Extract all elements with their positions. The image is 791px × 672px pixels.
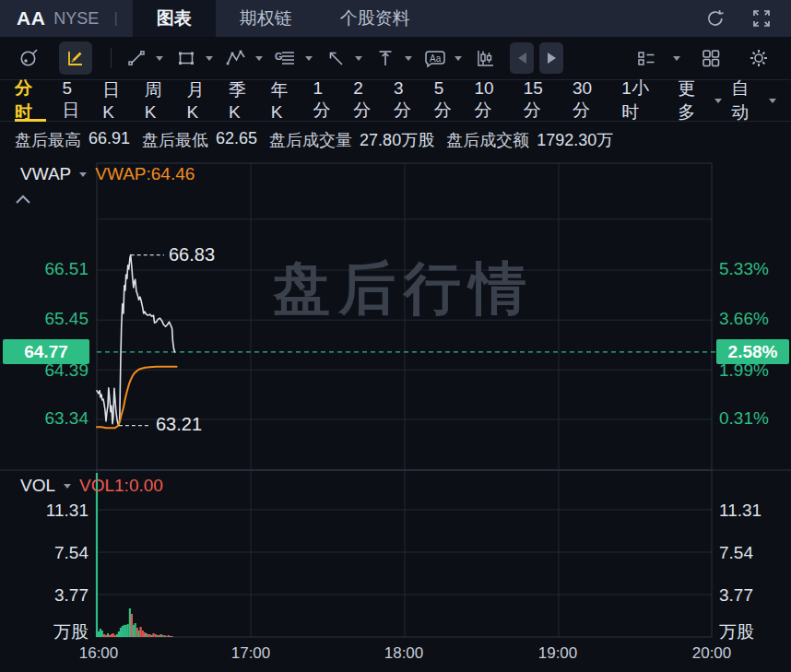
stat-low: 盘后最低 62.65: [142, 129, 257, 151]
timeframe-2m[interactable]: 2分: [353, 80, 378, 122]
indicator-list-icon: [634, 47, 658, 69]
tab-stock-info[interactable]: 个股资料: [316, 0, 434, 37]
timeframe-10m[interactable]: 10分: [474, 80, 507, 122]
price-volume-chart[interactable]: 盘后行情: [0, 159, 791, 672]
more-caret-icon: [714, 99, 722, 103]
chart-area[interactable]: 盘后行情 VWAP VWAP:64.46 66.51 65.45 64.39 6…: [0, 159, 791, 672]
text-tool-button[interactable]: Aa: [421, 41, 449, 75]
x-axis-tick: 19:00: [538, 644, 578, 663]
refresh-icon: [704, 7, 726, 29]
stat-high-label: 盘后最高: [15, 129, 81, 151]
timeframe-quarterly[interactable]: 季K: [229, 80, 255, 122]
top-bar-divider: |: [113, 9, 117, 28]
auto-dropdown[interactable]: 自动: [731, 77, 776, 124]
vol-indicator-name[interactable]: VOL: [20, 476, 55, 496]
vol-unit-left: 万股: [0, 620, 89, 644]
x-axis-tick: 18:00: [384, 644, 424, 663]
indicator-list-caret[interactable]: [673, 56, 680, 61]
timeframe-1h[interactable]: 1小时: [621, 80, 662, 122]
shape-tool-button[interactable]: [172, 41, 200, 75]
arrow-dropdown-caret[interactable]: [355, 56, 362, 61]
vol-indicator-row: VOL VOL1:0.00: [20, 476, 163, 496]
stat-volume-value: 27.80万股: [360, 129, 434, 151]
trend-line-icon: [125, 47, 148, 69]
arrow-tool-button[interactable]: [322, 41, 349, 75]
vol-axis-tick: 7.54: [0, 543, 89, 563]
stat-high: 盘后最高 66.91: [15, 129, 130, 151]
price-axis-tick: 63.34: [0, 408, 89, 429]
draw-tool-button[interactable]: [59, 41, 92, 75]
timeframe-5m[interactable]: 5分: [434, 80, 459, 122]
timeframe-weekly[interactable]: 周K: [145, 80, 171, 122]
timeframe-yearly[interactable]: 年K: [271, 80, 298, 122]
stat-turnover-value: 1792.30万: [537, 129, 613, 151]
timeframe-30m[interactable]: 30分: [573, 80, 606, 122]
indicator-list-button[interactable]: [632, 41, 660, 75]
timeframe-bar: 分时 5日 日K 周K 月K 季K 年K 1分 2分 3分 5分 10分 15分…: [0, 80, 791, 122]
wave-icon: [224, 47, 248, 69]
toolbar-separator: [111, 48, 112, 68]
vol-dropdown-caret[interactable]: [64, 484, 71, 489]
x-axis-tick: 16:00: [79, 644, 119, 663]
auto-caret-icon: [769, 99, 776, 103]
current-price-badge: 64.77: [3, 339, 89, 364]
timeframe-intraday[interactable]: 分时: [15, 80, 46, 122]
gann-lines-icon: G: [274, 47, 298, 69]
svg-text:Aa: Aa: [430, 53, 442, 64]
candle-style-button[interactable]: [471, 41, 499, 75]
trend-line-dropdown-caret[interactable]: [156, 56, 163, 61]
stat-volume-label: 盘后成交量: [269, 129, 352, 151]
timeframe-5d[interactable]: 5日: [62, 80, 87, 122]
after-hours-stats-bar: 盘后最高 66.91 盘后最低 62.65 盘后成交量 27.80万股 盘后成交…: [0, 122, 791, 159]
tab-option-chain[interactable]: 期权链: [216, 0, 316, 37]
stat-low-value: 62.65: [216, 129, 257, 151]
layout-grid-button[interactable]: [697, 41, 725, 75]
timeframe-1m[interactable]: 1分: [313, 80, 337, 122]
stat-volume: 盘后成交量 27.80万股: [269, 129, 434, 151]
arrow-icon: [325, 47, 347, 69]
timeframe-daily[interactable]: 日K: [102, 80, 129, 122]
x-axis-tick: 20:00: [692, 644, 732, 663]
wave-tool-button[interactable]: [222, 41, 250, 75]
wave-dropdown-caret[interactable]: [255, 56, 263, 61]
timeframe-monthly[interactable]: 月K: [186, 80, 213, 122]
vwap-indicator-name[interactable]: VWAP: [20, 164, 71, 184]
pct-axis-tick: 3.66%: [719, 309, 769, 329]
measure-dropdown-caret[interactable]: [405, 56, 412, 61]
measure-tool-button[interactable]: [372, 41, 399, 75]
vwap-readout: VWAP:64.46: [95, 164, 195, 184]
cursor-tool-icon: [18, 47, 40, 69]
measure-icon: [374, 47, 396, 69]
undo-button[interactable]: [510, 42, 534, 74]
vol-axis-tick: 7.54: [719, 543, 753, 563]
shape-dropdown-caret[interactable]: [206, 56, 213, 61]
symbol-label: AA: [17, 7, 45, 29]
timeframe-more-dropdown[interactable]: 更多: [678, 77, 731, 124]
redo-button[interactable]: [539, 42, 563, 74]
vol-axis-tick: 3.77: [719, 585, 753, 606]
stat-turnover: 盘后成交额 1792.30万: [446, 129, 613, 151]
gann-tool-button[interactable]: G: [272, 41, 300, 75]
vwap-dropdown-caret[interactable]: [79, 172, 87, 177]
settings-button[interactable]: [745, 41, 773, 75]
vol-readout: VOL1:0.00: [79, 476, 163, 496]
timeframe-15m[interactable]: 15分: [524, 80, 557, 122]
drawing-toolbar: G Aa: [0, 37, 791, 80]
collapse-pane-button[interactable]: [15, 192, 31, 208]
trading-chart-window: AA NYSE | 图表 期权链 个股资料: [0, 0, 791, 672]
trend-line-tool-button[interactable]: [123, 41, 150, 75]
text-dropdown-caret[interactable]: [455, 56, 462, 61]
back-arrow-icon: [518, 53, 526, 64]
tab-chart[interactable]: 图表: [133, 0, 216, 37]
draw-pencil-icon: [65, 47, 87, 69]
text-note-icon: Aa: [422, 47, 448, 69]
gann-dropdown-caret[interactable]: [305, 56, 313, 61]
svg-text:盘后行情: 盘后行情: [272, 256, 535, 320]
stat-high-value: 66.91: [89, 129, 130, 151]
timeframe-3m[interactable]: 3分: [394, 80, 419, 122]
auto-label: 自动: [731, 77, 761, 124]
cursor-tool-button[interactable]: [15, 41, 42, 75]
vol-axis-tick: 11.31: [0, 501, 89, 521]
fullscreen-button[interactable]: [750, 7, 773, 29]
refresh-button[interactable]: [704, 7, 726, 29]
